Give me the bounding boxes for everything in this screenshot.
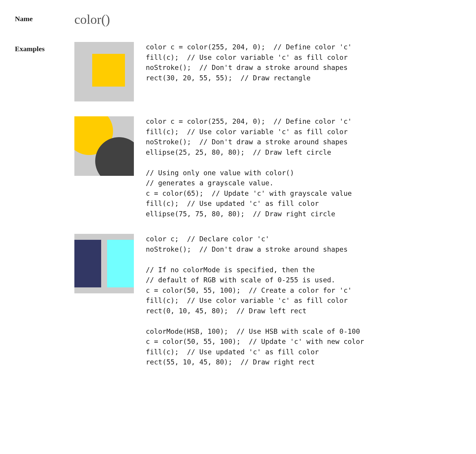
cyan-rect [107, 240, 134, 287]
example-3-sketch [74, 234, 134, 293]
name-row: Name color() [15, 12, 461, 27]
example-2-svg [74, 116, 134, 176]
example-3-code: color c; // Declare color 'c' noStroke()… [146, 234, 364, 367]
examples-label: Examples [15, 42, 74, 53]
example-3-svg [74, 234, 134, 293]
examples-content: color c = color(255, 204, 0); // Define … [74, 42, 461, 367]
example-1-code: color c = color(255, 204, 0); // Define … [146, 42, 352, 83]
example-2: color c = color(255, 204, 0); // Define … [74, 116, 461, 219]
example-3: color c; // Declare color 'c' noStroke()… [74, 234, 461, 367]
yellow-rect [92, 54, 125, 87]
examples-row: Examples color c = color(255, 204, 0); /… [15, 42, 461, 367]
example-1-sketch [74, 42, 134, 101]
example-1-svg [74, 42, 134, 101]
name-label: Name [15, 12, 74, 23]
example-2-code: color c = color(255, 204, 0); // Define … [146, 116, 352, 219]
navy-rect [74, 240, 101, 287]
example-1: color c = color(255, 204, 0); // Define … [74, 42, 461, 101]
example-2-sketch [74, 116, 134, 176]
name-content: color() [74, 12, 461, 27]
page-title: color() [74, 12, 110, 27]
